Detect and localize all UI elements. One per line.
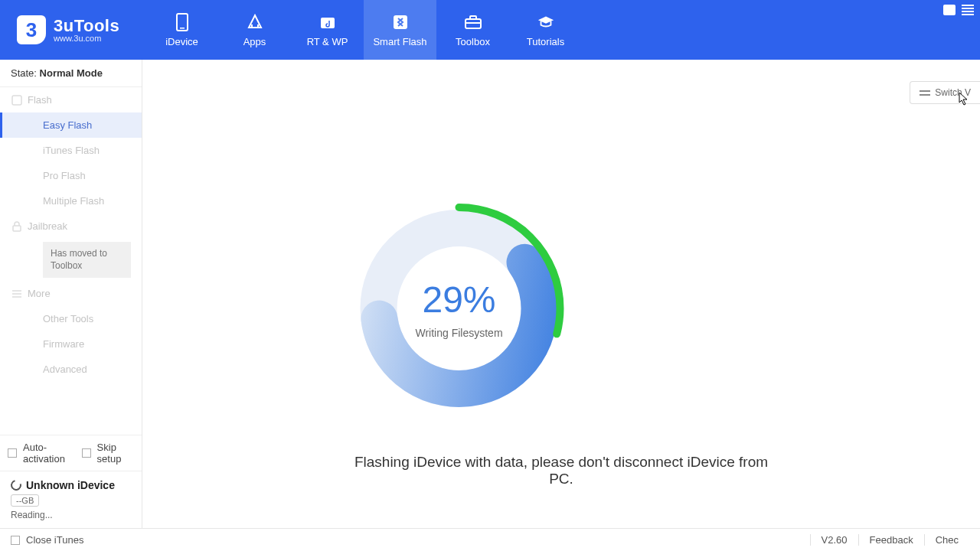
app-name: 3uTools bbox=[54, 18, 119, 34]
flash-small-icon bbox=[11, 94, 23, 106]
feedback-link[interactable]: Feedback bbox=[858, 534, 924, 546]
svg-rect-3 bbox=[394, 15, 407, 29]
progress-percent: 29% bbox=[422, 279, 495, 321]
state-row: State: Normal Mode bbox=[0, 60, 142, 87]
nav-tutorials[interactable]: Tutorials bbox=[509, 0, 582, 60]
phone-icon bbox=[173, 13, 191, 31]
sidebar-itunes-flash[interactable]: iTunes Flash bbox=[0, 138, 142, 163]
device-storage: --GB bbox=[11, 494, 39, 507]
sidebar: State: Normal Mode Flash Easy Flash iTun… bbox=[0, 60, 142, 528]
sidebar-options: Auto-activation Skip setup bbox=[0, 435, 142, 471]
sidebar-more-header: More bbox=[0, 281, 142, 306]
tshirt-icon[interactable] bbox=[943, 5, 956, 15]
logo-badge-icon: 3 bbox=[17, 15, 46, 44]
sidebar-other-tools[interactable]: Other Tools bbox=[0, 306, 142, 331]
top-nav: iDevice Apps RT & WP Smart Flash Toolbox… bbox=[145, 0, 582, 60]
nav-smartflash[interactable]: Smart Flash bbox=[364, 0, 436, 60]
version: V2.60 bbox=[810, 534, 858, 546]
switch-icon bbox=[920, 89, 930, 96]
sidebar-flash-header: Flash bbox=[0, 87, 142, 112]
svg-rect-8 bbox=[13, 226, 21, 231]
nav-idevice[interactable]: iDevice bbox=[145, 0, 218, 60]
sidebar-pro-flash[interactable]: Pro Flash bbox=[0, 163, 142, 188]
lock-icon bbox=[11, 220, 23, 233]
menu-icon bbox=[11, 288, 23, 300]
toolbox-icon bbox=[464, 13, 482, 31]
sidebar-firmware[interactable]: Firmware bbox=[0, 331, 142, 357]
header-controls bbox=[943, 5, 974, 15]
refresh-icon[interactable] bbox=[8, 478, 23, 492]
device-status: Reading... bbox=[11, 510, 131, 520]
switch-view-button[interactable]: Switch V bbox=[910, 81, 980, 104]
jailbreak-note: Has moved to Toolbox bbox=[43, 242, 131, 278]
auto-activation-checkbox[interactable] bbox=[8, 448, 17, 458]
progress-area: 29% Writing Filesystem Flashing iDevice … bbox=[352, 201, 771, 487]
list-icon[interactable] bbox=[962, 5, 974, 15]
app-header: 3 3uTools www.3u.com iDevice Apps RT & W… bbox=[0, 0, 980, 60]
tutorial-icon bbox=[537, 13, 555, 31]
close-itunes-label: Close iTunes bbox=[26, 534, 83, 546]
flash-message: Flashing iDevice with data, please don't… bbox=[352, 454, 771, 487]
sidebar-multiple-flash[interactable]: Multiple Flash bbox=[0, 188, 142, 214]
logo: 3 3uTools www.3u.com bbox=[0, 15, 145, 44]
main-content: Switch V 29% bbox=[142, 60, 980, 528]
check-link[interactable]: Chec bbox=[924, 534, 969, 546]
close-itunes-checkbox[interactable] bbox=[11, 536, 20, 545]
nav-rtwp[interactable]: RT & WP bbox=[291, 0, 364, 60]
sidebar-advanced[interactable]: Advanced bbox=[0, 357, 142, 382]
app-site: www.3u.com bbox=[54, 34, 119, 43]
footer: Close iTunes V2.60 Feedback Chec bbox=[0, 528, 980, 551]
music-icon bbox=[318, 13, 337, 31]
svg-rect-7 bbox=[12, 96, 21, 105]
nav-apps[interactable]: Apps bbox=[218, 0, 291, 60]
sidebar-jailbreak-header: Jailbreak bbox=[0, 214, 142, 239]
sidebar-easy-flash[interactable]: Easy Flash bbox=[0, 112, 142, 138]
progress-status: Writing Filesystem bbox=[415, 327, 502, 339]
flash-icon bbox=[391, 13, 410, 31]
progress-ring: 29% Writing Filesystem bbox=[352, 201, 567, 416]
skip-setup-checkbox[interactable] bbox=[82, 448, 91, 458]
device-block: Unknown iDevice --GB Reading... bbox=[0, 471, 142, 528]
svg-rect-1 bbox=[180, 28, 185, 29]
nav-toolbox[interactable]: Toolbox bbox=[436, 0, 509, 60]
apps-icon bbox=[246, 13, 264, 31]
svg-rect-5 bbox=[470, 16, 476, 19]
